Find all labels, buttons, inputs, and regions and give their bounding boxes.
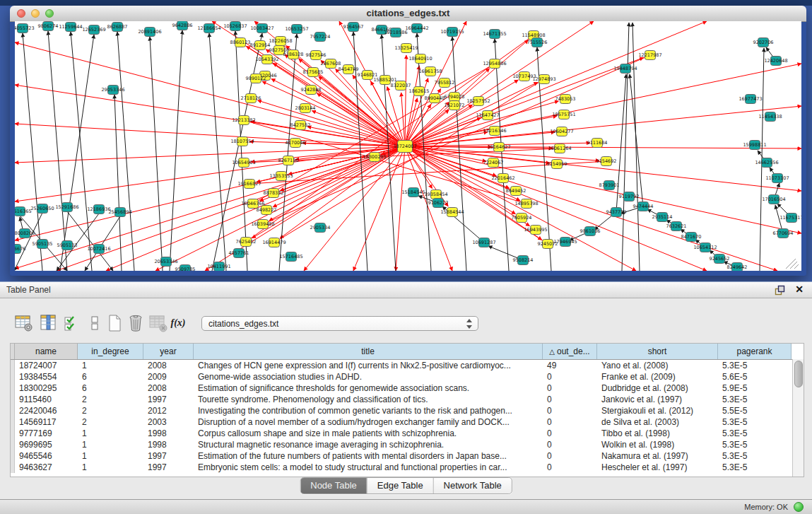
graph-node[interactable]: 10604277 xyxy=(550,127,573,136)
graph-node[interactable]: 9508214 xyxy=(513,256,534,265)
table-row[interactable]: 977716911998Corpus callosum shape and si… xyxy=(11,428,804,439)
graph-node[interactable]: 15716485 xyxy=(279,252,302,262)
graph-node[interactable]: 18575751 xyxy=(552,110,575,119)
graph-node[interactable]: 20891406 xyxy=(138,28,161,37)
graph-node[interactable]: 7957224 xyxy=(310,33,331,42)
select-rows-icon[interactable] xyxy=(62,313,82,333)
column-header-pagerank[interactable]: pagerank xyxy=(718,344,792,359)
graph-node[interactable]: 8793901 xyxy=(599,181,620,190)
table-row[interactable]: 969969511998Structural magnetic resonanc… xyxy=(11,439,804,450)
graph-node[interactable]: 16061264 xyxy=(548,144,571,153)
graph-node[interactable]: 5905133 xyxy=(57,241,78,250)
graph-node[interactable]: 9806274 xyxy=(38,22,59,31)
graph-node[interactable]: 6770694 xyxy=(773,229,794,238)
network-canvas[interactable]: 1872400788601238912954182260589827508818… xyxy=(15,21,801,271)
table-row[interactable]: 1872400712008Changes of HCN gene express… xyxy=(11,360,804,371)
table-mode-icon[interactable] xyxy=(14,313,34,333)
graph-node[interactable]: 9046676 xyxy=(15,245,25,254)
graph-node[interactable]: 16943995 xyxy=(524,226,547,235)
graph-node[interactable]: 12186654 xyxy=(197,24,220,33)
graph-node[interactable]: 9509785 xyxy=(175,265,196,271)
graph-node[interactable]: 2935114 xyxy=(652,213,673,222)
graph-node[interactable]: 14662556 xyxy=(755,158,778,168)
graph-node[interactable]: 15184545 xyxy=(401,188,425,197)
graph-node[interactable]: 22016462 xyxy=(491,174,514,183)
graph-node[interactable]: 14671355 xyxy=(483,30,506,39)
show-columns-icon[interactable] xyxy=(39,313,59,333)
table-row[interactable]: 946554611997Estimation of the future num… xyxy=(11,450,804,462)
table-row[interactable]: 1830029562008Estimation of significance … xyxy=(11,382,804,394)
row-height-icon[interactable] xyxy=(85,313,105,333)
delete-column-icon[interactable] xyxy=(126,313,146,333)
graph-node[interactable]: 16977473 xyxy=(739,95,762,104)
scrollbar-thumb[interactable] xyxy=(794,361,803,387)
graph-node[interactable]: 10083427 xyxy=(250,24,273,33)
tab-node-table[interactable]: Node Table xyxy=(300,478,367,493)
graph-node[interactable]: 16914479 xyxy=(262,238,286,247)
graph-node[interactable]: 10691287 xyxy=(472,238,495,247)
graph-node[interactable]: 17016504 xyxy=(762,195,785,204)
graph-node[interactable]: 7625402 xyxy=(236,238,257,247)
table-row[interactable]: 946362711997Embryonic stem cells: a mode… xyxy=(11,462,804,473)
graph-node[interactable]: 9245652 xyxy=(710,255,730,264)
graph-node[interactable]: 9474444 xyxy=(633,202,654,211)
table-select-dropdown[interactable]: citations_edges.txt xyxy=(201,316,478,331)
graph-node[interactable]: 12420648 xyxy=(764,57,787,66)
graph-node[interactable]: 7224067 xyxy=(483,158,504,168)
graph-node[interactable]: 12186936 xyxy=(87,205,110,214)
graph-node[interactable]: 9106227 xyxy=(428,199,449,208)
graph-node[interactable]: 7632621 xyxy=(666,222,687,231)
close-panel-icon[interactable]: ✕ xyxy=(795,284,804,295)
graph-node[interactable]: 10653257 xyxy=(285,25,308,34)
tab-network-table[interactable]: Network Table xyxy=(433,478,512,493)
function-builder-icon[interactable]: f(x) xyxy=(168,313,188,333)
graph-node[interactable]: 19218586 xyxy=(384,28,407,37)
column-header-name[interactable]: name xyxy=(15,344,78,359)
graph-node[interactable]: 9111684 xyxy=(587,139,608,148)
graph-node[interactable]: 4857761 xyxy=(229,249,249,258)
graph-node[interactable]: 9242848 xyxy=(301,86,322,95)
graph-node[interactable]: 24055723 xyxy=(15,24,35,33)
graph-node[interactable]: 20653346 xyxy=(154,257,177,267)
graph-node[interactable]: 13216346 xyxy=(483,127,506,136)
graph-node[interactable]: 12652369 xyxy=(82,25,105,35)
column-header-out_degree[interactable]: △out_de... xyxy=(543,344,597,359)
graph-node[interactable]: 25260650 xyxy=(30,204,54,214)
graph-nodes[interactable]: 1872400788601238912954182260589827508818… xyxy=(15,21,801,271)
graph-node[interactable]: 29053346 xyxy=(101,86,124,95)
tab-edge-table[interactable]: Edge Table xyxy=(367,478,433,493)
graph-node[interactable]: 8471670 xyxy=(681,233,702,242)
graph-node[interactable]: 5905135 xyxy=(33,240,53,249)
graph-node[interactable]: 15884544 xyxy=(440,208,464,217)
graph-node[interactable]: 8860123 xyxy=(230,38,251,47)
graph-node[interactable]: 9827546 xyxy=(306,51,326,60)
window-titlebar[interactable]: citations_edges.txt xyxy=(10,6,806,22)
graph-node[interactable]: 12974893 xyxy=(532,75,555,84)
graph-node[interactable]: 13325419 xyxy=(394,44,418,53)
graph-node[interactable]: 9164567 xyxy=(343,23,364,32)
float-panel-icon[interactable] xyxy=(775,285,785,296)
graph-node[interactable]: 19358454 xyxy=(424,190,447,199)
graph-node[interactable]: 10654903 xyxy=(232,158,255,168)
graph-node[interactable]: 2905334 xyxy=(310,223,331,233)
graph-node[interactable]: 7483053 xyxy=(555,95,576,104)
vertical-scrollbar[interactable] xyxy=(792,359,804,477)
graph-node[interactable]: 20516365 xyxy=(15,207,32,216)
graph-node[interactable]: 10654112 xyxy=(693,243,717,252)
graph-node[interactable]: 18107554 xyxy=(230,137,254,146)
graph-node[interactable]: 10719155 xyxy=(440,28,464,37)
graph-node[interactable]: 14895798 xyxy=(514,199,538,209)
graph-node[interactable]: 12954886 xyxy=(483,59,506,69)
graph-node[interactable]: 7955812 xyxy=(435,78,455,88)
graph-node[interactable]: 1862615 xyxy=(409,87,430,96)
graph-node[interactable]: 10411991 xyxy=(207,262,230,271)
graph-node[interactable]: 8249642 xyxy=(727,263,748,271)
graph-node[interactable]: 8322037 xyxy=(391,81,411,90)
column-header-in_degree[interactable]: in_degree xyxy=(78,344,143,359)
graph-node[interactable]: 8498222 xyxy=(257,206,277,215)
table-row[interactable]: 1456911722003Disruption of a novel membe… xyxy=(11,416,804,428)
graph-node[interactable]: 18226058 xyxy=(269,37,292,46)
graph-node[interactable]: 25456894 xyxy=(108,208,131,217)
graph-node[interactable]: 9202706 xyxy=(753,38,774,47)
graph-node[interactable]: 8912954 xyxy=(250,41,271,50)
